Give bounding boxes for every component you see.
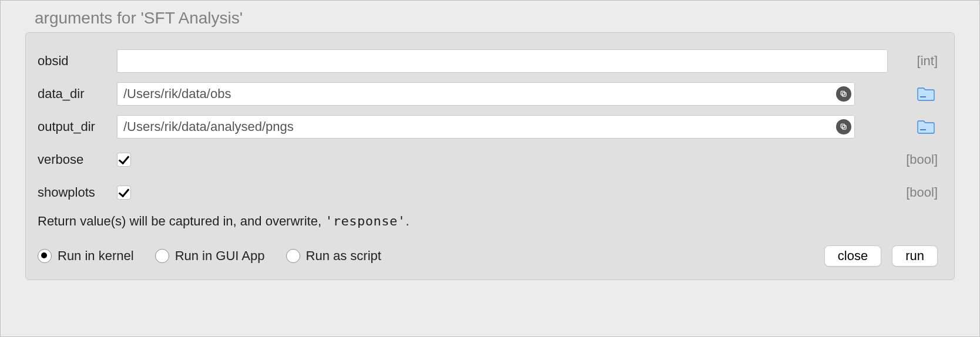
folder-icon[interactable] bbox=[914, 86, 938, 102]
note-variable: 'response' bbox=[325, 214, 405, 228]
dialog-arguments: arguments for 'SFT Analysis' obsid [int]… bbox=[0, 0, 980, 337]
copy-icon[interactable] bbox=[836, 119, 851, 134]
input-data-dir[interactable] bbox=[117, 82, 855, 106]
radio-label-gui: Run in GUI App bbox=[175, 248, 265, 264]
svg-rect-2 bbox=[920, 96, 926, 97]
type-hint-showplots: [bool] bbox=[894, 185, 938, 200]
radio-label-script: Run as script bbox=[306, 248, 381, 264]
radio-input-gui[interactable] bbox=[155, 249, 169, 263]
dialog-title: arguments for 'SFT Analysis' bbox=[35, 9, 955, 28]
radio-input-script[interactable] bbox=[286, 249, 300, 263]
svg-rect-0 bbox=[843, 93, 846, 96]
label-verbose: verbose bbox=[38, 152, 117, 167]
radio-run-in-gui-app[interactable]: Run in GUI App bbox=[155, 248, 265, 264]
svg-rect-1 bbox=[841, 91, 844, 95]
type-hint-obsid: [int] bbox=[894, 53, 938, 69]
radio-input-kernel[interactable] bbox=[38, 249, 52, 263]
svg-rect-4 bbox=[841, 124, 844, 127]
row-showplots: showplots [bool] bbox=[38, 181, 938, 204]
label-output-dir: output_dir bbox=[38, 119, 117, 134]
row-output-dir: output_dir bbox=[38, 115, 938, 139]
arguments-panel: obsid [int] data_dir bbox=[25, 32, 955, 280]
radio-run-as-script[interactable]: Run as script bbox=[286, 248, 381, 264]
radio-label-kernel: Run in kernel bbox=[58, 248, 134, 264]
svg-rect-5 bbox=[920, 129, 926, 130]
svg-rect-3 bbox=[843, 126, 846, 129]
label-obsid: obsid bbox=[38, 53, 117, 69]
folder-icon[interactable] bbox=[914, 119, 938, 134]
radio-run-in-kernel[interactable]: Run in kernel bbox=[38, 248, 134, 264]
run-button[interactable]: run bbox=[892, 245, 938, 267]
row-verbose: verbose [bool] bbox=[38, 148, 938, 171]
copy-icon[interactable] bbox=[836, 86, 851, 102]
checkbox-showplots[interactable] bbox=[117, 186, 131, 200]
label-showplots: showplots bbox=[38, 185, 117, 200]
input-output-dir[interactable] bbox=[117, 115, 855, 139]
return-value-note: Return value(s) will be captured in, and… bbox=[38, 214, 938, 229]
row-data-dir: data_dir bbox=[38, 82, 938, 106]
input-obsid[interactable] bbox=[117, 49, 888, 73]
close-button[interactable]: close bbox=[824, 245, 881, 267]
note-text-suffix: . bbox=[406, 214, 410, 228]
row-obsid: obsid [int] bbox=[38, 49, 938, 73]
checkbox-verbose[interactable] bbox=[117, 153, 131, 167]
type-hint-verbose: [bool] bbox=[894, 152, 938, 167]
run-mode-group: Run in kernel Run in GUI App Run as scri… bbox=[38, 248, 824, 264]
label-data-dir: data_dir bbox=[38, 86, 117, 102]
bottom-bar: Run in kernel Run in GUI App Run as scri… bbox=[38, 245, 938, 267]
note-text-prefix: Return value(s) will be captured in, and… bbox=[38, 214, 325, 228]
